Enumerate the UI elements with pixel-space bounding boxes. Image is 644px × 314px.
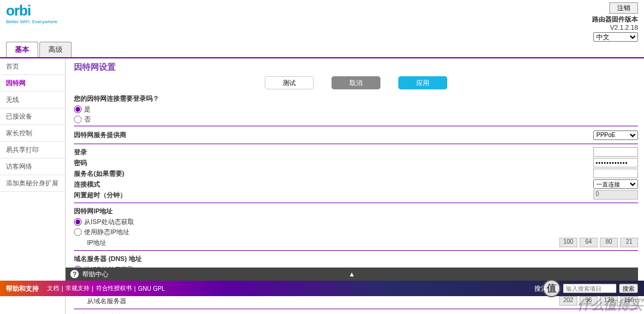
footer-link-gpl[interactable]: GNU GPL bbox=[138, 285, 165, 292]
sidebar-item-guest[interactable]: 访客网络 bbox=[0, 158, 65, 175]
help-center-bar[interactable]: ? 帮助中心 ▲ bbox=[66, 268, 638, 281]
isp-mode-select[interactable]: PPPoE bbox=[593, 130, 638, 140]
sidebar-item-internet[interactable]: 因特网 bbox=[0, 75, 65, 92]
footer-label: 帮助和支持 bbox=[6, 284, 39, 293]
ip-octet-3: 80 bbox=[600, 238, 618, 247]
logo: orbi Better WiFi. Everywhere bbox=[6, 2, 57, 24]
footer-search-button[interactable]: 搜索 bbox=[619, 284, 638, 293]
dns-heading: 域名服务器 (DNS) 地址 bbox=[74, 253, 638, 265]
password-label: 密码 bbox=[74, 158, 87, 167]
ip-octet-1: 100 bbox=[559, 238, 577, 247]
login-required-yes-label: 是 bbox=[84, 105, 91, 114]
apply-button[interactable]: 应用 bbox=[398, 76, 447, 89]
logout-button[interactable]: 注销 bbox=[609, 2, 638, 14]
sidebar-item-parental[interactable]: 家长控制 bbox=[0, 125, 65, 142]
cancel-button[interactable]: 取消 bbox=[332, 76, 380, 89]
page-title: 因特网设置 bbox=[74, 62, 638, 73]
tab-advanced[interactable]: 高级 bbox=[39, 42, 72, 57]
isp-heading: 因特网服务提供商 bbox=[74, 129, 126, 141]
footer-search-input[interactable] bbox=[563, 284, 617, 293]
idle-timeout-label: 闲置超时（分钟） bbox=[74, 191, 126, 200]
login-required-no-label: 否 bbox=[84, 115, 91, 124]
top-tabs: 基本 高级 bbox=[0, 42, 644, 58]
idle-timeout-value: 0 bbox=[593, 190, 638, 200]
brand-text: orbi bbox=[6, 2, 57, 19]
ip-static-radio[interactable] bbox=[74, 228, 82, 236]
sidebar-item-attached[interactable]: 已接设备 bbox=[0, 108, 65, 125]
login-input[interactable] bbox=[593, 147, 638, 157]
conn-mode-label: 连接模式 bbox=[74, 180, 100, 189]
sidebar-item-readyshare[interactable]: 易共享打印 bbox=[0, 142, 65, 158]
ip-dynamic-label: 从ISP处动态获取 bbox=[84, 217, 134, 226]
chevron-up-icon: ▲ bbox=[349, 271, 355, 278]
ip-address-label: IP地址 bbox=[74, 238, 106, 247]
login-required-yes-radio[interactable] bbox=[74, 105, 82, 113]
ip-octet-2: 64 bbox=[580, 238, 597, 247]
brand-tagline: Better WiFi. Everywhere bbox=[6, 19, 57, 24]
help-center-title: 帮助中心 bbox=[82, 270, 109, 279]
firmware-label: 路由器固件版本 bbox=[592, 15, 638, 24]
footer-link-support[interactable]: 常规支持 bbox=[66, 284, 89, 293]
ip-dynamic-radio[interactable] bbox=[74, 218, 82, 226]
watermark-badge: 值 bbox=[543, 279, 561, 297]
login-required-no-radio[interactable] bbox=[74, 116, 82, 123]
firmware-version: V2.1.2.18 bbox=[592, 24, 638, 31]
help-icon: ? bbox=[70, 270, 79, 278]
login-label: 登录 bbox=[74, 148, 87, 157]
dns-secondary-1: 202 bbox=[559, 296, 577, 306]
test-button[interactable]: 测试 bbox=[265, 76, 314, 89]
tab-basic[interactable]: 基本 bbox=[6, 42, 38, 57]
ip-octet-4: 21 bbox=[620, 238, 638, 247]
language-select[interactable]: 中文 bbox=[593, 32, 638, 42]
conn-mode-select[interactable]: 一直连接 bbox=[593, 179, 638, 189]
footer-link-docs[interactable]: 文档 bbox=[47, 284, 59, 293]
login-required-question: 您的因特网连接需要登录吗？ bbox=[74, 93, 638, 104]
service-name-label: 服务名(如果需要) bbox=[74, 169, 124, 178]
footer-link-compliance[interactable]: 符合性授权书 bbox=[96, 284, 132, 293]
ip-heading: 因特网IP地址 bbox=[74, 206, 638, 217]
password-input[interactable] bbox=[593, 158, 638, 167]
sidebar-item-add-satellite[interactable]: 添加奥秘分身扩展 bbox=[0, 175, 65, 192]
watermark-text: 什么值得买 bbox=[577, 296, 643, 314]
mac-heading: 路由器MAC地址 bbox=[74, 312, 638, 314]
sidebar-item-wireless[interactable]: 无线 bbox=[0, 92, 65, 108]
sidebar-item-home[interactable]: 首页 bbox=[0, 58, 65, 75]
dns-secondary-label: 从域名服务器 bbox=[74, 297, 126, 306]
service-name-input[interactable] bbox=[593, 169, 638, 178]
ip-static-label: 使用静态IP地址 bbox=[84, 228, 129, 237]
sidebar: 首页 因特网 无线 已接设备 家长控制 易共享打印 访客网络 添加奥秘分身扩展 bbox=[0, 58, 66, 314]
